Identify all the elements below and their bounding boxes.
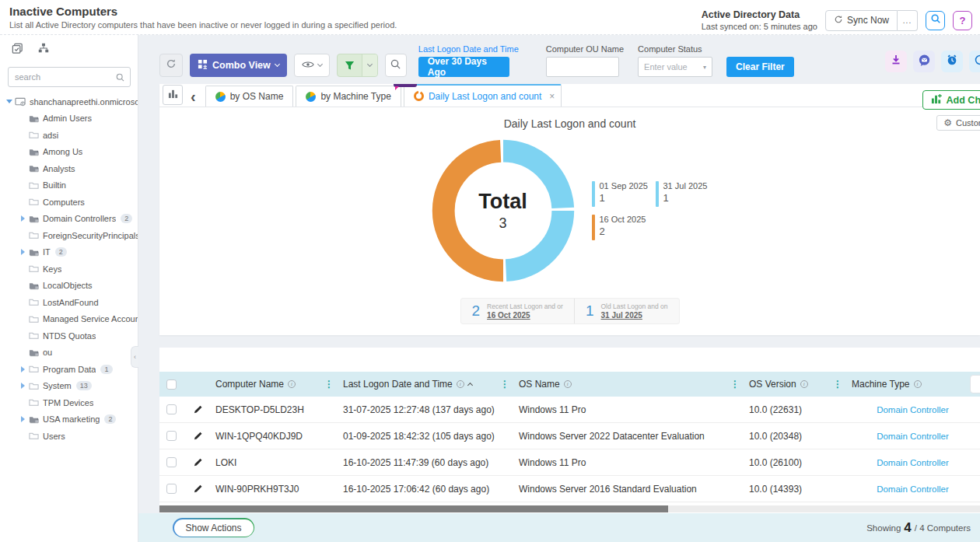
- stat-value: 2: [472, 302, 481, 320]
- count-badge: 2: [104, 414, 116, 424]
- edit-button[interactable]: [186, 484, 209, 494]
- edit-button[interactable]: [186, 457, 209, 467]
- tab-scroll-left-button[interactable]: ‹: [191, 88, 196, 105]
- view-selector-button[interactable]: Combo View: [190, 54, 287, 77]
- customize-button[interactable]: ⚙ Customize: [936, 115, 980, 131]
- tree-item-admin-users[interactable]: Admin Users: [0, 110, 138, 128]
- edit-button[interactable]: [186, 404, 209, 414]
- stat-date-link[interactable]: 31 Jul 2025: [600, 311, 667, 320]
- tree-item-tpm-devices[interactable]: TPM Devices: [0, 394, 138, 411]
- expand-icon[interactable]: [19, 383, 27, 389]
- tab-by-machine-type[interactable]: by Machine Type: [296, 86, 401, 107]
- tree-item-system[interactable]: System13: [0, 378, 138, 395]
- column-settings-button[interactable]: [970, 375, 980, 393]
- expand-icon[interactable]: [19, 366, 27, 372]
- close-icon[interactable]: ×: [549, 91, 555, 102]
- tree-item-among-us[interactable]: Among Us: [0, 144, 138, 161]
- pencil-icon: [193, 404, 203, 414]
- expand-icon[interactable]: [19, 249, 27, 255]
- tree-item-users[interactable]: Users: [0, 428, 138, 445]
- select-view-button[interactable]: [8, 40, 26, 59]
- tab-by-os-name[interactable]: by OS Name: [205, 86, 294, 107]
- tree-item-ou[interactable]: ou: [0, 344, 138, 362]
- machine-type-link[interactable]: Domain Controller: [845, 484, 980, 494]
- tree-item-label: Managed Service Accounts: [43, 314, 138, 323]
- legend-value: 1: [663, 192, 708, 205]
- tab-daily-last-logon-and-count[interactable]: NewDaily Last Logon and count×: [404, 84, 562, 107]
- sync-now-button[interactable]: Sync Now: [825, 10, 898, 31]
- tree-item-builtin[interactable]: Builtin: [0, 177, 138, 194]
- sync-more-button[interactable]: ...: [898, 10, 918, 31]
- collapse-icon[interactable]: [5, 100, 13, 103]
- search-icon: [930, 13, 941, 27]
- tree-item-adsi[interactable]: adsi: [0, 127, 138, 144]
- tree-item-usa-marketing[interactable]: USA marketing2: [0, 411, 138, 428]
- tree-item-program-data[interactable]: Program Data1: [0, 361, 138, 378]
- machine-type-link[interactable]: Domain Controller: [845, 458, 980, 467]
- legend-item-31-jul-2025[interactable]: 31 Jul 20251: [656, 181, 719, 207]
- ou-name-filter-input[interactable]: [546, 57, 619, 77]
- tree-item-foreignsecurityprincipals[interactable]: ForeignSecurityPrincipals: [0, 227, 138, 244]
- ou-tree-view-button[interactable]: [34, 40, 53, 59]
- clear-filter-button[interactable]: Clear Filter: [726, 57, 794, 77]
- column-menu-icon[interactable]: ⋮: [324, 379, 337, 390]
- expand-icon[interactable]: [19, 416, 27, 422]
- column-header-machine-type[interactable]: Machine Typei: [845, 372, 980, 397]
- column-menu-icon[interactable]: ⋮: [833, 379, 845, 390]
- expand-icon[interactable]: [19, 215, 27, 222]
- column-header-last-logon-date-and-time[interactable]: Last Logon Date and Timei⋮: [337, 372, 513, 397]
- select-all-checkbox[interactable]: [166, 379, 177, 390]
- column-header-os-name[interactable]: OS Namei⋮: [513, 372, 743, 397]
- edit-button[interactable]: [186, 431, 209, 441]
- filter-dropdown[interactable]: [362, 54, 377, 76]
- tab-label: by Machine Type: [320, 91, 391, 102]
- row-checkbox[interactable]: [166, 457, 177, 467]
- cell-os-version: 10.0 (20348): [743, 431, 845, 442]
- tree-item-ntds-quotas[interactable]: NTDS Quotas: [0, 327, 138, 344]
- column-header-computer-name[interactable]: Computer Namei⋮: [209, 372, 337, 397]
- table-search-button[interactable]: [385, 54, 407, 77]
- sidebar-collapse-handle[interactable]: ‹: [131, 346, 138, 368]
- tree-item-managed-service-accounts[interactable]: Managed Service Accounts: [0, 311, 138, 328]
- table-row[interactable]: LOKI16-10-2025 11:47:39 (60 days ago)Win…: [159, 449, 980, 476]
- column-menu-icon[interactable]: ⋮: [730, 379, 743, 390]
- row-checkbox[interactable]: [166, 431, 177, 441]
- horizontal-scrollbar[interactable]: [159, 505, 980, 512]
- tree-item-analysts[interactable]: Analysts: [0, 160, 138, 177]
- table-row[interactable]: DESKTOP-D5LD23H31-07-2025 12:27:48 (137 …: [159, 397, 980, 423]
- show-actions-button[interactable]: Show Actions: [174, 519, 254, 537]
- last-logon-filter-value[interactable]: Over 30 Days Ago: [418, 57, 509, 77]
- column-menu-icon[interactable]: ⋮: [500, 379, 513, 390]
- table-row[interactable]: WIN-1QPQ40KDJ9D01-09-2025 18:42:32 (105 …: [159, 423, 980, 449]
- tree-item-it[interactable]: IT2: [0, 244, 138, 261]
- tree-item-computers[interactable]: Computers: [0, 194, 138, 211]
- tree-item-lostandfound[interactable]: LostAndFound: [0, 294, 138, 311]
- more-tools-button[interactable]: [969, 51, 980, 72]
- legend-item-16-oct-2025[interactable]: 16 Oct 20252: [592, 215, 656, 240]
- tree-item-domain-controllers[interactable]: Domain Controllers2: [0, 211, 138, 228]
- column-header-os-version[interactable]: OS Versioni⋮: [743, 372, 845, 397]
- help-button[interactable]: ?: [953, 11, 972, 30]
- schedule-button[interactable]: [941, 51, 963, 72]
- add-chart-button[interactable]: Add Chart: [922, 90, 980, 110]
- filter-button[interactable]: [337, 54, 378, 77]
- table-row[interactable]: WIN-90PRKH9T3J016-10-2025 17:06:42 (60 d…: [159, 476, 980, 502]
- column-visibility-button[interactable]: [294, 54, 330, 77]
- row-checkbox[interactable]: [166, 484, 177, 494]
- tree-item-keys[interactable]: Keys: [0, 261, 138, 278]
- global-search-button[interactable]: [926, 11, 945, 30]
- status-filter-select[interactable]: Enter value ▾: [638, 57, 712, 77]
- chart-type-button[interactable]: [163, 85, 183, 105]
- export-button[interactable]: [885, 51, 907, 72]
- scrollbar-thumb[interactable]: [159, 505, 668, 512]
- refresh-button[interactable]: [159, 54, 183, 77]
- notify-button[interactable]: [913, 51, 935, 72]
- stat-date-link[interactable]: 16 Oct 2025: [487, 311, 563, 320]
- sidebar-search-input[interactable]: [8, 67, 131, 87]
- row-checkbox[interactable]: [166, 404, 177, 414]
- tree-item-localobjects[interactable]: LocalObjects: [0, 278, 138, 295]
- machine-type-link[interactable]: Domain Controller: [845, 432, 980, 441]
- legend-item-01-sep-2025[interactable]: 01 Sep 20251: [592, 181, 656, 207]
- machine-type-link[interactable]: Domain Controller: [845, 405, 980, 414]
- tree-item-shanchanapreethi-onmicrosoft[interactable]: shanchanapreethi.onmicrosoft: [0, 93, 138, 110]
